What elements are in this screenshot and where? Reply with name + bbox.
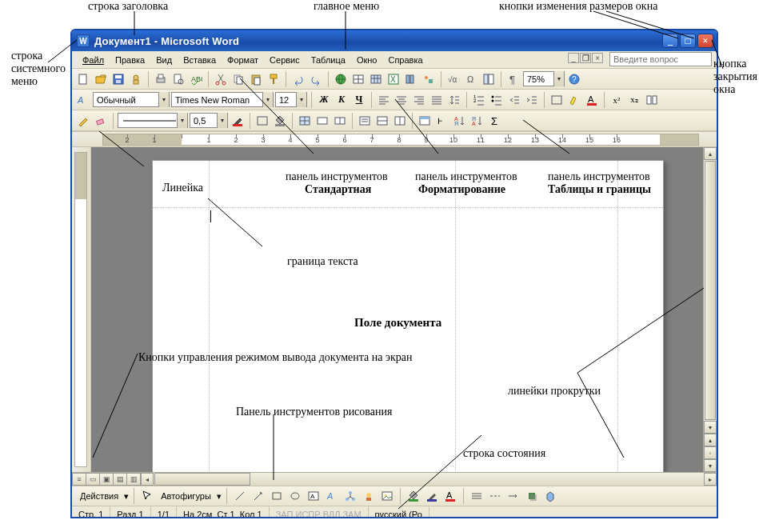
font-color-icon[interactable]: A (584, 92, 600, 108)
sort-desc-icon[interactable]: ЯА (469, 113, 485, 129)
textbox-icon[interactable]: A (306, 488, 322, 504)
split-cells-icon[interactable] (332, 113, 348, 129)
outdent-icon[interactable] (506, 92, 522, 108)
eraser-icon[interactable] (93, 113, 109, 129)
shading-color-icon[interactable] (272, 113, 288, 129)
view-normal-icon[interactable]: ≡ (72, 473, 86, 486)
line-weight-combo[interactable]: 0,5▾ (190, 113, 228, 128)
align-right-icon[interactable] (411, 92, 427, 108)
align-center-icon[interactable] (393, 92, 409, 108)
underline-button[interactable]: Ч (351, 92, 367, 108)
menu-edit[interactable]: Правка (110, 54, 150, 66)
menu-view[interactable]: Вид (150, 54, 178, 66)
save-icon[interactable] (110, 71, 126, 87)
view-web-icon[interactable]: ▭ (86, 473, 100, 486)
cut-icon[interactable] (213, 71, 229, 87)
menu-help[interactable]: Справка (382, 54, 428, 66)
wordart-icon[interactable]: A (324, 488, 340, 504)
browse-prev-icon[interactable]: ▴ (704, 434, 717, 446)
cell-align-icon[interactable] (357, 113, 373, 129)
drawing-toggle-icon[interactable] (421, 71, 437, 87)
clipart-icon[interactable] (361, 488, 377, 504)
draw-table-icon[interactable] (75, 113, 91, 129)
scroll-right-icon[interactable]: ▸ (704, 473, 717, 486)
subscript-button[interactable]: x₂ (626, 92, 642, 108)
line-style-icon[interactable] (469, 488, 485, 504)
text-direction-icon[interactable]: Ͱ (434, 113, 450, 129)
scrollbar-vertical[interactable]: ▴ ▾ ▴ ◦ ▾ (703, 147, 717, 472)
arrow-style-icon[interactable] (505, 488, 521, 504)
superscript-button[interactable]: x² (609, 92, 625, 108)
bold-button[interactable]: Ж (316, 92, 332, 108)
menu-window[interactable]: Окно (351, 54, 383, 66)
dist-cols-icon[interactable] (392, 113, 408, 129)
undo-icon[interactable] (290, 71, 306, 87)
menu-file[interactable]: Файл (77, 54, 110, 66)
insert-table-icon[interactable] (368, 71, 384, 87)
style-well-icon[interactable]: A (75, 92, 91, 108)
scroll-down-icon[interactable]: ▾ (704, 421, 717, 434)
zoom-combo[interactable]: 75%▾ (523, 71, 565, 86)
hyperlink-icon[interactable] (333, 71, 349, 87)
permissions-icon[interactable] (128, 71, 144, 87)
show-marks-icon[interactable]: ¶ (505, 71, 521, 87)
borders-icon[interactable] (549, 92, 565, 108)
font-combo[interactable]: Times New Roman▾ (171, 92, 274, 107)
insert-table2-icon[interactable] (297, 113, 313, 129)
doc-restore[interactable]: ❐ (580, 53, 591, 63)
style-combo[interactable]: Обычный▾ (93, 92, 170, 107)
scroll-up-icon[interactable]: ▴ (704, 147, 717, 160)
tables-borders-icon[interactable] (350, 71, 366, 87)
print-icon[interactable] (153, 71, 169, 87)
oval-icon[interactable] (287, 488, 303, 504)
doc-minimize[interactable]: _ (568, 53, 579, 63)
print-preview-icon[interactable] (170, 71, 186, 87)
help-icon[interactable]: ? (566, 71, 582, 87)
line-icon[interactable] (232, 488, 248, 504)
doc-close[interactable]: × (592, 53, 603, 63)
copy-icon[interactable] (230, 71, 246, 87)
ask-question-box[interactable] (609, 52, 712, 66)
dash-style-icon[interactable] (487, 488, 503, 504)
outside-border-icon[interactable] (254, 113, 270, 129)
view-reading-icon[interactable]: ▥ (126, 473, 141, 486)
autosum-icon[interactable]: Σ (487, 113, 503, 129)
rectangle-icon[interactable] (269, 488, 285, 504)
scroll-left-icon[interactable]: ◂ (141, 473, 154, 486)
page-viewport[interactable]: Линейка панель инструментов Стандартная … (91, 147, 703, 472)
indent-icon[interactable] (524, 92, 540, 108)
doc-map-icon[interactable] (481, 71, 497, 87)
menu-insert[interactable]: Вставка (178, 54, 222, 66)
browse-next-icon[interactable]: ▾ (704, 459, 717, 472)
line-color-icon[interactable] (424, 488, 440, 504)
bullet-list-icon[interactable] (489, 92, 505, 108)
read-mode-icon[interactable] (644, 92, 660, 108)
autoshapes-menu[interactable]: Автофигуры (158, 491, 214, 501)
browse-object-icon[interactable]: ◦ (704, 446, 717, 459)
new-doc-icon[interactable] (75, 71, 91, 87)
arrow-icon[interactable] (250, 488, 266, 504)
paste-icon[interactable] (248, 71, 264, 87)
close-button[interactable]: × (697, 34, 713, 48)
select-arrow-icon[interactable] (139, 488, 155, 504)
shadow-icon[interactable] (524, 488, 540, 504)
font-color2-icon[interactable]: A (442, 488, 458, 504)
fill-color-icon[interactable] (405, 488, 421, 504)
diagram-icon[interactable] (342, 488, 358, 504)
menu-tools[interactable]: Сервис (264, 54, 306, 66)
numbered-list-icon[interactable]: 12 (471, 92, 487, 108)
line-spacing-icon[interactable] (446, 92, 462, 108)
view-outline-icon[interactable]: ▤ (113, 473, 127, 486)
menu-table[interactable]: Таблица (306, 54, 351, 66)
redo-icon[interactable] (308, 71, 324, 87)
scroll-thumb-v[interactable] (705, 161, 716, 420)
minimize-button[interactable]: _ (662, 34, 678, 48)
ruler-vertical[interactable] (72, 147, 91, 472)
line-style-combo[interactable]: ▾ (118, 113, 188, 128)
italic-button[interactable]: К (334, 92, 350, 108)
merge-cells-icon[interactable] (314, 113, 330, 129)
drawing-actions-menu[interactable]: Действия (77, 491, 122, 501)
border-color-icon[interactable] (230, 113, 246, 129)
align-left-icon[interactable] (376, 92, 392, 108)
autoformat-icon[interactable] (417, 113, 433, 129)
